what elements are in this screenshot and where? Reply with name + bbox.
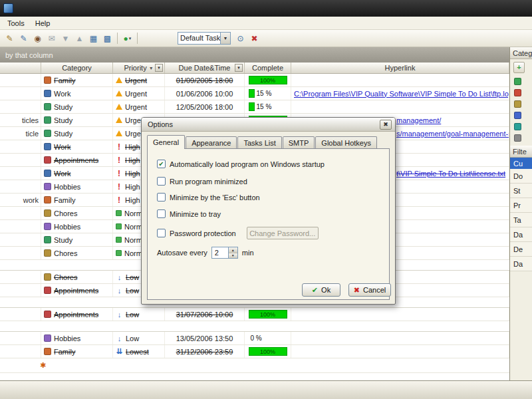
table-row[interactable]: FamilyUrgent01/09/2005 18:00100%	[0, 74, 509, 87]
checkbox-unchecked-icon[interactable]	[157, 193, 166, 201]
category-cell: Family	[41, 194, 113, 206]
due-filter-icon[interactable]: ▼	[235, 64, 243, 72]
grid-view-icon[interactable]: ▦	[86, 32, 100, 45]
category-label: Hobbies	[54, 183, 80, 191]
checkbox-checked-icon[interactable]: ✔	[157, 160, 166, 168]
complete-cell: 15 %	[245, 87, 291, 100]
tab-appearance[interactable]: Appearance	[186, 136, 237, 149]
column-header-complete[interactable]: Complete	[245, 63, 291, 73]
new-task-icon[interactable]: ✎	[3, 32, 17, 45]
column-header-due[interactable]: Due Date&Time ▼	[165, 63, 245, 73]
task-hyperlink[interactable]: s/management/goal-management-software	[396, 130, 509, 138]
category-label: Work	[54, 143, 70, 151]
status-bar	[0, 380, 532, 399]
progress-fill	[249, 102, 255, 111]
task-view-combobox[interactable]: Default Task V ▼	[178, 32, 231, 45]
menu-tools[interactable]: Tools	[2, 18, 30, 29]
tab-general[interactable]: General	[147, 135, 185, 149]
category-cell: Study	[41, 233, 113, 246]
find-icon[interactable]: ⊙	[233, 32, 247, 45]
due-value: 31/12/2006 23:59	[176, 348, 233, 356]
column-header-category[interactable]: Category	[41, 63, 113, 73]
ok-button[interactable]: ✔ Ok	[302, 283, 340, 297]
column-header-hyperlink[interactable]: Hyperlink	[291, 63, 509, 73]
cancel-button[interactable]: ✖ Cancel	[348, 283, 391, 297]
close-icon[interactable]: ✖	[380, 120, 392, 130]
autosave-spinner[interactable]: 2 ▲ ▼	[211, 247, 238, 259]
filter-row-3[interactable]: Pr	[510, 198, 532, 213]
priority-label: Low	[126, 334, 139, 342]
category-cell: Family	[41, 345, 113, 358]
new-task-row[interactable]: ✱	[0, 358, 509, 373]
category-list-icon-2[interactable]	[514, 89, 521, 96]
task-hyperlink[interactable]: C:\Program Files\VIP Quality Software\VI…	[294, 90, 509, 98]
task-hyperlink[interactable]: t\VIP Simple To Do List\license.txt	[396, 170, 505, 178]
category-chores-icon	[44, 249, 51, 257]
chevron-down-icon[interactable]: ▼	[220, 33, 230, 44]
priority-label: Urgent	[125, 90, 147, 98]
filter-row-6[interactable]: De	[510, 242, 532, 257]
priority-urgent-icon	[116, 117, 122, 123]
category-label: Study	[54, 103, 72, 111]
spin-down-icon[interactable]: ▼	[229, 253, 237, 259]
category-list-icon-4[interactable]	[514, 112, 521, 119]
filter-row-7[interactable]: Da	[510, 257, 532, 271]
column-header-priority[interactable]: Priority ▼ ▼	[113, 63, 165, 73]
table-row[interactable]: Family⇊Lowest31/12/2006 23:59100%	[0, 345, 509, 358]
priority-label: High	[125, 156, 140, 164]
checkbox-row: Minimize by the 'Esc' button	[157, 193, 260, 201]
table-row[interactable]: StudyUrgent12/05/2006 18:0015 %	[0, 100, 509, 114]
filter-row-4[interactable]: Ta	[510, 213, 532, 227]
export-icon[interactable]: ▲	[72, 32, 86, 45]
priority-cell: Urgent	[113, 87, 165, 100]
hyperlink-cell	[291, 100, 509, 113]
filter-row-1[interactable]: Do	[510, 169, 532, 184]
sync-icon[interactable]: ●▾	[120, 32, 134, 45]
priority-filter-icon[interactable]: ▼	[155, 64, 163, 72]
category-cell: Work	[41, 167, 113, 180]
columns-icon[interactable]: ▩	[100, 32, 114, 45]
category-hobbies-icon	[44, 183, 51, 190]
dialog-title-bar[interactable]: Options ✖	[142, 118, 395, 132]
category-list-icon-1[interactable]	[514, 78, 521, 85]
category-family-icon	[44, 196, 51, 203]
category-list-icon-6[interactable]	[514, 134, 521, 142]
priority-urgent-icon	[116, 130, 122, 136]
task-name-fragment: work	[23, 196, 39, 204]
edit-task-icon[interactable]: ✎	[17, 32, 31, 45]
checkbox-label: Minimize to tray	[170, 210, 221, 218]
checkbox-label: Automatically load program on Windows st…	[170, 160, 325, 168]
filter-row-2[interactable]: St	[510, 184, 532, 198]
tab-tasks-list[interactable]: Tasks List	[237, 136, 281, 149]
table-row[interactable]: WorkUrgent01/06/2006 10:0015 %C:\Program…	[0, 87, 509, 100]
tab-global-hotkeys[interactable]: Global Hotkeys	[315, 136, 377, 149]
spin-up-icon[interactable]: ▲	[229, 247, 237, 253]
task-name-cell	[0, 154, 41, 166]
category-cell: Hobbies	[41, 332, 113, 344]
category-list-icon-3[interactable]	[514, 100, 521, 108]
add-category-icon[interactable]: +	[513, 62, 525, 73]
table-row[interactable]: Appointments↓Low31/07/2006 10:00100%	[0, 308, 509, 321]
filter-preset-selected[interactable]: Cu	[510, 158, 532, 169]
change-password-button[interactable]: Change Password...	[247, 227, 319, 239]
tab-smtp[interactable]: SMTP	[283, 136, 315, 149]
column-header-task-name[interactable]	[0, 63, 41, 73]
mail-icon[interactable]: ✉	[45, 32, 59, 45]
filter-row-5[interactable]: Da	[510, 227, 532, 242]
category-cell: Appointments	[41, 308, 113, 321]
category-cell: Study	[41, 114, 113, 126]
checkbox-unchecked-icon[interactable]	[157, 177, 166, 186]
delete-task-icon[interactable]: ✖	[247, 32, 261, 45]
task-hyperlink[interactable]: management/	[396, 116, 441, 124]
import-icon[interactable]: ▼	[59, 32, 72, 45]
checkbox-unchecked-icon[interactable]	[157, 209, 166, 218]
menu-help[interactable]: Help	[30, 18, 56, 29]
checkbox-unchecked-icon[interactable]	[157, 229, 166, 237]
view-task-icon[interactable]: ◉	[31, 32, 45, 45]
category-study-icon	[44, 103, 51, 110]
task-name-cell	[0, 308, 41, 321]
table-row[interactable]: Hobbies↓Low13/05/2006 13:500 %	[0, 332, 509, 345]
grid-header-row: Category Priority ▼ ▼ Due Date&Time ▼ Co…	[0, 63, 509, 74]
category-list-icon-5[interactable]	[514, 123, 521, 130]
progress-value: 100%	[249, 348, 287, 355]
